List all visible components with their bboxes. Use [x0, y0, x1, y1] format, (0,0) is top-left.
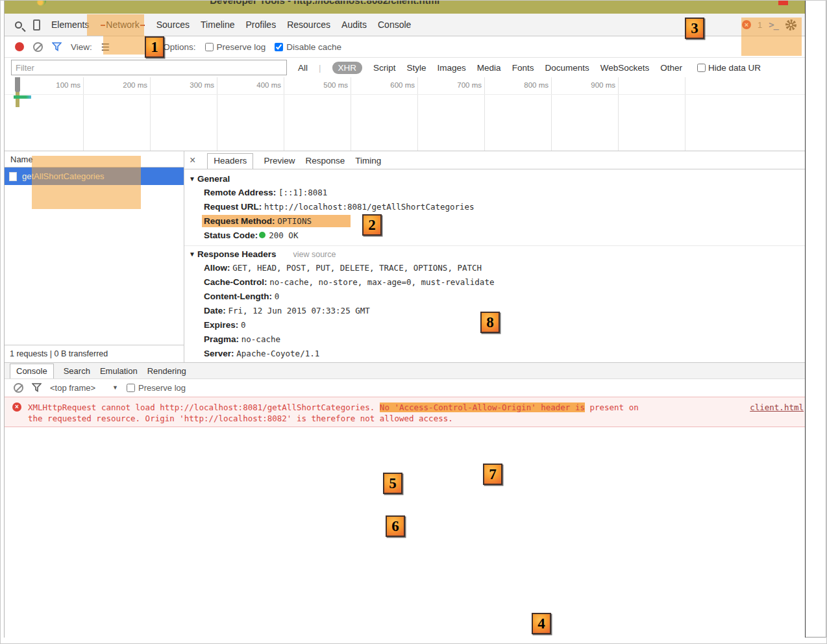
error-icon: ×: [12, 402, 21, 412]
timeline-grip-handle[interactable]: [15, 77, 20, 92]
tab-preview[interactable]: Preview: [264, 154, 295, 169]
network-main-split: Name getAllShortCategories 1 requests | …: [5, 151, 805, 362]
filter-type-all[interactable]: All: [298, 63, 308, 73]
clear-console-icon[interactable]: [14, 383, 23, 393]
hide-data-urls-checkbox[interactable]: [697, 64, 706, 72]
filter-type-xhr[interactable]: XHR: [332, 62, 363, 74]
search-icon[interactable]: [15, 21, 22, 29]
network-toolbar: View: ☰ Options: Preserve log Disable ca…: [5, 36, 805, 58]
tab-headers[interactable]: Headers: [207, 153, 253, 169]
timeline-divider: [5, 94, 805, 95]
console-drawer-icon[interactable]: >_: [769, 19, 778, 30]
request-name: getAllShortCategories: [22, 171, 104, 181]
tab-timeline[interactable]: Timeline: [201, 19, 234, 30]
drawer-tab-search[interactable]: Search: [64, 364, 90, 378]
close-button-fragment: [778, 1, 788, 5]
console-error-message: × XMLHttpRequest cannot load http://loca…: [5, 397, 805, 427]
request-waterfall-bar[interactable]: [14, 95, 31, 99]
timeline-tick-empty: [619, 77, 685, 151]
disable-cache-checkbox[interactable]: [275, 43, 283, 51]
annotation-dash-right: [140, 25, 145, 26]
tab-timing[interactable]: Timing: [355, 154, 381, 169]
drawer-tab-rendering[interactable]: Rendering: [147, 364, 186, 378]
request-list-panel: Name getAllShortCategories 1 requests | …: [5, 151, 184, 362]
document-icon: [9, 172, 17, 181]
filter-type-other[interactable]: Other: [660, 63, 682, 73]
console-preserve-log-label: Preserve log: [138, 383, 186, 393]
header-row: Pragma: no-cache: [184, 332, 805, 347]
requests-summary: 1 requests | 0 B transferred: [5, 345, 184, 362]
console-toolbar: <top frame> ▼ Preserve log: [5, 379, 805, 397]
section-response-headers: ▼ Response Headers view source Allow: GE…: [184, 245, 805, 362]
tab-elements[interactable]: Elements: [51, 19, 89, 30]
annotation-badge-1: 1: [145, 36, 164, 58]
console-preserve-log-checkbox[interactable]: [127, 384, 135, 392]
error-source-link[interactable]: client.html: [750, 402, 804, 412]
record-icon[interactable]: [15, 42, 24, 51]
filter-type-images[interactable]: Images: [438, 63, 466, 73]
settings-gear-icon[interactable]: [785, 19, 797, 31]
drawer-tab-console[interactable]: Console: [10, 364, 54, 378]
annotation-badge-4: 4: [532, 613, 551, 634]
window-titlebar: Developer Tools - http://localhost:8082/…: [5, 1, 805, 14]
filter-input[interactable]: [11, 60, 287, 75]
section-general: ▼ General Remote Address: [::1]:8081 Req…: [184, 171, 805, 245]
name-column-header[interactable]: Name: [5, 151, 184, 167]
console-preserve-log-option: Preserve log: [127, 383, 186, 393]
annotation-badge-7: 7: [483, 464, 502, 485]
disclosure-triangle-icon: ▼: [189, 251, 195, 258]
preserve-log-checkbox[interactable]: [205, 43, 214, 51]
tab-resources[interactable]: Resources: [287, 19, 330, 30]
filter-funnel-icon[interactable]: [52, 42, 62, 51]
filter-type-fonts[interactable]: Fonts: [512, 63, 534, 73]
console-filter-funnel-icon[interactable]: [32, 383, 42, 392]
view-list-icon[interactable]: ☰: [101, 42, 110, 52]
device-mode-icon[interactable]: [33, 19, 40, 31]
preserve-log-option: Preserve log: [205, 42, 266, 52]
tab-response[interactable]: Response: [305, 154, 345, 169]
filter-type-websockets[interactable]: WebSockets: [600, 63, 650, 73]
error-badge-icon[interactable]: ×: [742, 20, 751, 29]
annotation-badge-6: 6: [386, 515, 405, 537]
annotation-dash-left: [101, 25, 105, 26]
request-list: getAllShortCategories: [5, 167, 184, 345]
header-row: Cache-Control: no-cache, no-store, max-a…: [184, 275, 805, 290]
filter-type-style[interactable]: Style: [407, 63, 426, 73]
error-count[interactable]: 1: [758, 20, 762, 30]
filter-type-media[interactable]: Media: [477, 63, 501, 73]
header-row: Server: Apache-Coyote/1.1: [184, 347, 805, 361]
filter-row: All | XHR Script Style Images Media Font…: [5, 58, 805, 77]
tab-sources[interactable]: Sources: [156, 19, 190, 30]
filter-type-script[interactable]: Script: [373, 63, 396, 73]
tab-profiles[interactable]: Profiles: [245, 19, 276, 30]
error-line-2: the requested resource. Origin 'http://l…: [28, 413, 729, 424]
section-general-title[interactable]: ▼ General: [184, 172, 805, 186]
view-source-link[interactable]: view source: [293, 250, 336, 259]
devtools-window: Developer Tools - http://localhost:8082/…: [5, 1, 806, 638]
window-title: Developer Tools - http://localhost:8082/…: [5, 1, 645, 6]
tab-network[interactable]: Network: [100, 19, 145, 30]
details-tabbar: × Headers Preview Response Timing: [184, 151, 805, 169]
filter-divider: |: [319, 63, 321, 73]
tab-audits[interactable]: Audits: [341, 19, 367, 30]
options-label: Options:: [163, 42, 195, 52]
disable-cache-option: Disable cache: [275, 42, 341, 52]
disable-cache-label: Disable cache: [286, 42, 341, 52]
section-response-headers-title[interactable]: ▼ Response Headers view source: [184, 247, 805, 261]
request-row-selected[interactable]: getAllShortCategories: [5, 167, 184, 185]
close-details-icon[interactable]: ×: [190, 155, 197, 169]
clear-icon[interactable]: [33, 42, 43, 52]
devtools-screenshot: Developer Tools - http://localhost:8082/…: [0, 0, 827, 644]
filter-type-documents[interactable]: Documents: [545, 63, 589, 73]
drawer-tabbar: Console Search Emulation Rendering: [5, 362, 805, 379]
timeline-tick: 900 ms: [552, 77, 619, 151]
drawer-tab-emulation[interactable]: Emulation: [100, 364, 138, 378]
frame-selector[interactable]: <top frame> ▼: [50, 383, 118, 393]
header-row: Content-Length: 0: [184, 290, 805, 304]
tab-console[interactable]: Console: [378, 19, 411, 30]
timeline-overview[interactable]: 100 ms 200 ms 300 ms 400 ms 500 ms 600 m…: [5, 77, 805, 151]
timeline-tick: 500 ms: [284, 77, 351, 151]
timeline-tick: 200 ms: [84, 77, 151, 151]
disclosure-triangle-icon: ▼: [189, 175, 195, 182]
header-row: Allow: GET, HEAD, POST, PUT, DELETE, TRA…: [184, 261, 805, 275]
